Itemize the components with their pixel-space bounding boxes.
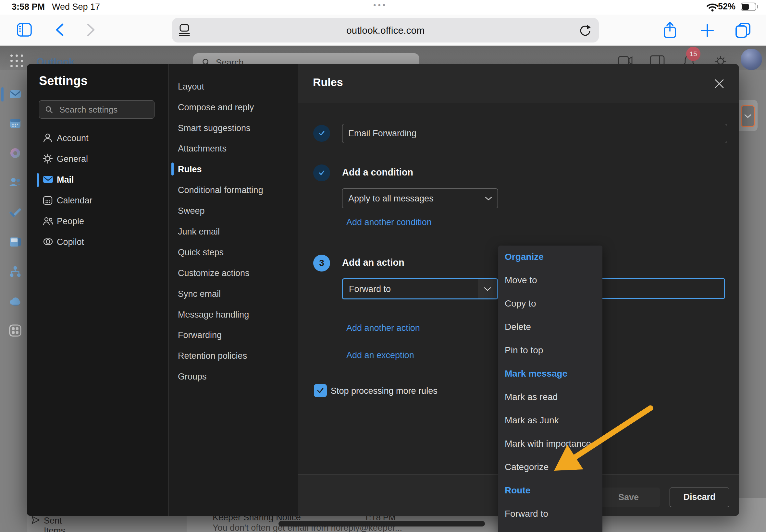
step1-check-icon [313, 125, 330, 142]
menu-header-mark-message: Mark message [498, 362, 602, 386]
section-compose-and-reply[interactable]: Compose and reply [169, 97, 298, 118]
person-icon [43, 133, 53, 143]
tabs-overview-button[interactable] [735, 22, 751, 38]
menu-header-organize: Organize [498, 246, 602, 269]
rail-clipchamp-icon[interactable] [8, 235, 22, 249]
sidebar-toggle-button[interactable] [17, 23, 32, 37]
menu-item-mark-with-importance[interactable]: Mark with importance [498, 432, 602, 456]
wifi-icon [706, 3, 719, 12]
folder-label: Sent Items [44, 516, 65, 532]
rail-more-apps-icon[interactable] [8, 324, 22, 337]
section-conditional-formatting[interactable]: Conditional formatting [169, 180, 298, 201]
section-groups[interactable]: Groups [169, 367, 298, 387]
home-indicator[interactable] [278, 521, 485, 526]
action-select[interactable]: Forward to [342, 278, 498, 299]
menu-item-forward-to[interactable]: Forward to [498, 502, 602, 526]
selected-indicator [37, 173, 39, 187]
address-bar[interactable]: outlook.office.com [172, 18, 599, 42]
mail-sections-panel: Layout Compose and reply Smart suggestio… [168, 64, 298, 516]
action-title: Add an action [342, 257, 405, 268]
settings-nav-panel: Settings Account General Mail [27, 64, 168, 516]
nav-item-mail[interactable]: Mail [27, 170, 168, 190]
section-attachments[interactable]: Attachments [169, 139, 298, 159]
menu-header-route: Route [498, 479, 602, 502]
section-forwarding[interactable]: Forwarding [169, 325, 298, 346]
close-icon[interactable] [714, 79, 724, 89]
menu-item-forward-as-attachment[interactable]: Forward as attachment [498, 526, 602, 532]
section-sweep[interactable]: Sweep [169, 201, 298, 222]
nav-item-account[interactable]: Account [27, 128, 168, 149]
stop-processing-checkbox[interactable] [314, 384, 327, 397]
forward-button[interactable] [86, 23, 96, 37]
chevron-down-icon [478, 279, 497, 298]
nav-item-copilot[interactable]: Copilot [27, 232, 168, 253]
settings-search-input[interactable] [59, 101, 151, 119]
calendar-icon [43, 195, 53, 205]
avatar[interactable] [741, 49, 762, 70]
menu-item-pin-to-top[interactable]: Pin to top [498, 339, 602, 362]
add-another-condition-link[interactable]: Add another condition [346, 217, 432, 227]
rail-org-icon[interactable] [8, 265, 22, 279]
rules-header: Rules [298, 64, 739, 103]
category-dropdown-button[interactable] [741, 105, 755, 127]
stop-processing-label: Stop processing more rules [331, 386, 438, 396]
condition-select[interactable]: Apply to all messages [342, 188, 498, 208]
menu-item-delete[interactable]: Delete [498, 316, 602, 339]
ipad-screen: 3:58 PM Wed Sep 17 ••• 52% outlook.offic… [0, 0, 766, 532]
share-button[interactable] [663, 21, 677, 39]
new-tab-button[interactable] [700, 24, 714, 37]
section-smart-suggestions[interactable]: Smart suggestions [169, 118, 298, 139]
section-quick-steps[interactable]: Quick steps [169, 242, 298, 263]
step3-number: 3 [313, 255, 330, 272]
save-button[interactable]: Save [597, 488, 660, 507]
settings-dialog: Settings Account General Mail [27, 64, 739, 516]
copilot-icon [43, 236, 54, 247]
date: Wed Sep 17 [52, 2, 100, 12]
section-retention-policies[interactable]: Retention policies [169, 346, 298, 367]
outlook-background: Outlook Search 15 [0, 45, 766, 532]
section-junk-email[interactable]: Junk email [169, 222, 298, 242]
rail-todo-icon[interactable] [8, 206, 22, 219]
settings-search-box[interactable] [39, 100, 154, 119]
battery-icon [741, 3, 759, 11]
settings-title: Settings [39, 74, 88, 88]
selected-indicator [171, 163, 174, 175]
nav-item-people[interactable]: People [27, 211, 168, 232]
refresh-icon[interactable] [579, 24, 592, 37]
section-customize-actions[interactable]: Customize actions [169, 263, 298, 284]
url-text: outlook.office.com [172, 25, 599, 36]
nav-item-calendar[interactable]: Calendar [27, 190, 168, 211]
menu-item-mark-as-read[interactable]: Mark as read [498, 386, 602, 409]
section-rules[interactable]: Rules [169, 159, 298, 180]
rail-people-icon[interactable] [8, 176, 22, 189]
back-button[interactable] [55, 23, 64, 37]
rail-mail-icon[interactable] [8, 87, 22, 101]
menu-item-mark-as-junk[interactable]: Mark as Junk [498, 409, 602, 432]
add-another-action-link[interactable]: Add another action [346, 323, 420, 333]
rail-selection-indicator [1, 87, 4, 102]
app-launcher-icon[interactable] [10, 54, 24, 68]
gear-icon [43, 153, 53, 164]
menu-item-copy-to[interactable]: Copy to [498, 292, 602, 316]
category-dropdown-remnant [737, 100, 758, 131]
chevron-down-icon [485, 196, 493, 201]
rail-calendar-icon[interactable] [8, 117, 22, 130]
section-layout[interactable]: Layout [169, 77, 298, 97]
menu-item-categorize[interactable]: Categorize [498, 456, 602, 479]
menu-item-move-to[interactable]: Move to [498, 269, 602, 292]
browser-toolbar: outlook.office.com [0, 15, 766, 46]
rule-name-input[interactable] [342, 124, 727, 143]
discard-button[interactable]: Discard [670, 488, 729, 507]
notification-badge: 15 [686, 47, 700, 61]
condition-title: Add a condition [342, 167, 413, 178]
rail-onedrive-icon[interactable] [8, 295, 22, 308]
action-dropdown-menu: Organize Move to Copy to Delete Pin to t… [498, 246, 602, 532]
mail-icon [43, 174, 54, 185]
multitask-dots-icon[interactable]: ••• [373, 1, 387, 10]
add-exception-link[interactable]: Add an exception [346, 350, 414, 360]
section-sync-email[interactable]: Sync email [169, 284, 298, 305]
section-message-handling[interactable]: Message handling [169, 305, 298, 325]
nav-item-general[interactable]: General [27, 149, 168, 170]
step2-check-icon [313, 164, 330, 181]
rail-copilot-icon[interactable] [8, 146, 22, 160]
